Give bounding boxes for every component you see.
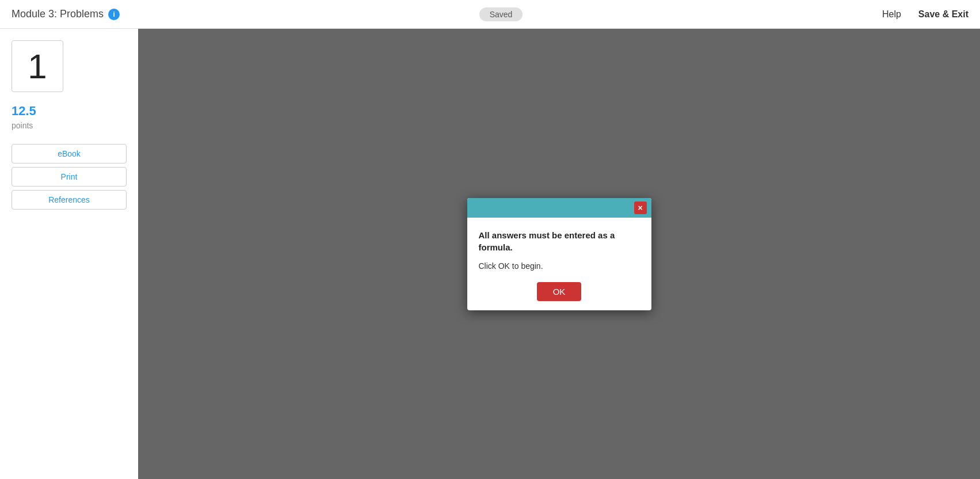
info-icon[interactable]: i bbox=[108, 9, 120, 20]
question-number: 1 bbox=[28, 47, 47, 86]
header-right: Help Save & Exit bbox=[882, 9, 968, 20]
question-number-box: 1 bbox=[12, 40, 63, 92]
sidebar-buttons: eBook Print References bbox=[12, 144, 127, 210]
saved-badge: Saved bbox=[479, 7, 523, 21]
header-left: Module 3: Problems i bbox=[12, 8, 120, 20]
modal-header: × bbox=[467, 198, 651, 218]
references-button[interactable]: References bbox=[12, 190, 127, 210]
modal-body: All answers must be entered as a formula… bbox=[467, 218, 651, 310]
header-center: Saved bbox=[479, 7, 523, 21]
header: Module 3: Problems i Saved Help Save & E… bbox=[0, 0, 980, 29]
content-area: × All answers must be entered as a formu… bbox=[138, 29, 980, 479]
print-button[interactable]: Print bbox=[12, 167, 127, 187]
modal-ok-button[interactable]: OK bbox=[537, 282, 582, 301]
help-link[interactable]: Help bbox=[882, 9, 901, 20]
sidebar: 1 12.5 points eBook Print References bbox=[0, 29, 138, 479]
modal-message-bold: All answers must be entered as a formula… bbox=[479, 229, 640, 253]
modal-dialog: × All answers must be entered as a formu… bbox=[467, 198, 651, 310]
modal-message-normal: Click OK to begin. bbox=[479, 261, 640, 271]
save-exit-button[interactable]: Save & Exit bbox=[918, 9, 968, 20]
module-title: Module 3: Problems bbox=[12, 8, 104, 20]
points-value: 12.5 bbox=[12, 104, 127, 119]
points-label: points bbox=[12, 121, 127, 130]
ebook-button[interactable]: eBook bbox=[12, 144, 127, 164]
modal-close-button[interactable]: × bbox=[634, 202, 647, 214]
modal-overlay: × All answers must be entered as a formu… bbox=[138, 29, 980, 479]
main-layout: 1 12.5 points eBook Print References × A… bbox=[0, 29, 980, 479]
